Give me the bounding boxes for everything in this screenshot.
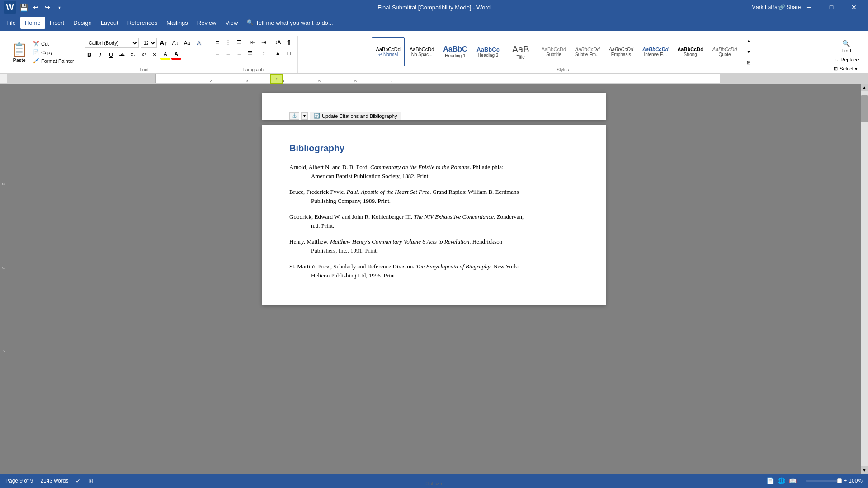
text-highlight-button[interactable]: A — [160, 50, 170, 60]
multilevel-button[interactable]: ☰ — [234, 37, 244, 47]
clear-format-button[interactable]: ✕ — [150, 50, 160, 60]
shading-button[interactable]: ▲ — [273, 48, 283, 58]
styles-more[interactable]: ⊞ — [744, 58, 754, 67]
menu-references[interactable]: References — [123, 17, 162, 29]
style-strong[interactable]: AaBbCcDd Strong — [673, 37, 707, 66]
underline-button[interactable]: U — [106, 50, 116, 60]
select-label: Select ▾ — [840, 66, 858, 72]
format-painter-button[interactable]: 🖌️ Format Painter — [31, 57, 76, 65]
copy-button[interactable]: 📄 Copy — [31, 48, 76, 56]
borders-button[interactable]: □ — [284, 48, 294, 58]
scroll-thumb[interactable] — [861, 95, 868, 122]
scroll-down-button[interactable]: ▼ — [861, 466, 868, 474]
undo-button[interactable]: ↩ — [31, 2, 41, 12]
numbering-button[interactable]: ⋮ — [223, 37, 233, 47]
shrink-font-button[interactable]: A↓ — [170, 38, 180, 48]
close-button[interactable]: ✕ — [844, 0, 864, 14]
style-title-preview: AaB — [512, 44, 529, 55]
window-controls: ─ □ ✕ — [798, 0, 864, 14]
menu-review[interactable]: Review — [193, 17, 221, 29]
title-bar: W 💾 ↩ ↪ ▾ Final Submittal [Compatibility… — [0, 0, 868, 14]
sort-button[interactable]: ↕A — [273, 37, 283, 47]
style-normal[interactable]: AaBbCcDd ↵ Normal — [372, 37, 404, 66]
ribbon: 📋 Paste ✂️ Cut 📄 Copy 🖌️ Format Painter … — [0, 31, 868, 74]
menu-home[interactable]: Home — [20, 17, 45, 29]
style-subtitle-label: Subtitle — [546, 52, 561, 57]
status-left: Page 9 of 9 2143 words ✓ ⊞ — [5, 477, 94, 484]
font-family-select[interactable]: Calibri (Body) — [85, 38, 139, 48]
font-size-select[interactable]: 12 — [141, 38, 157, 48]
menu-view[interactable]: View — [221, 17, 242, 29]
style-intense-emphasis[interactable]: AaBbCcDd Intense E... — [638, 37, 672, 66]
style-subtle-emphasis[interactable]: AaBbCcDd Subtle Em... — [571, 37, 604, 66]
menu-tell-me[interactable]: 🔍 Tell me what you want to do... — [242, 17, 337, 29]
menu-insert[interactable]: Insert — [45, 17, 69, 29]
zoom-slider[interactable] — [806, 480, 842, 482]
align-left-button[interactable]: ≡ — [212, 48, 222, 58]
decrease-indent-button[interactable]: ⇤ — [248, 37, 258, 47]
style-emphasis[interactable]: AaBbCcDd Emphasis — [605, 37, 637, 66]
minimize-button[interactable]: ─ — [798, 0, 819, 14]
vertical-scrollbar[interactable]: ▲ ▼ — [861, 84, 868, 474]
increase-indent-button[interactable]: ⇥ — [259, 37, 269, 47]
superscript-button[interactable]: X² — [139, 50, 149, 60]
citations-toolbar: ⚓ ▾ 🔄 Update Citations and Bibliography — [289, 112, 401, 120]
update-citations-button[interactable]: 🔄 Update Citations and Bibliography — [310, 112, 401, 120]
find-button[interactable]: 🔍 Find — [832, 39, 860, 54]
styles-scroll-up[interactable]: ▲ — [744, 37, 754, 46]
bullets-button[interactable]: ≡ — [212, 37, 222, 47]
paragraph-group: ≡ ⋮ ☰ ⇤ ⇥ ↕A ¶ ≡ ≡ ≡ ☰ ↕ ▲ □ P — [209, 36, 298, 73]
citations-arrow-icon[interactable]: ▾ — [301, 112, 308, 120]
menu-design[interactable]: Design — [69, 17, 96, 29]
subscript-button[interactable]: X₂ — [128, 50, 138, 60]
paste-button[interactable]: 📋 Paste — [7, 37, 31, 67]
view-read-button[interactable]: 📖 — [789, 477, 797, 484]
change-case-button[interactable]: Aa — [182, 38, 192, 48]
strikethrough-button[interactable]: ab — [117, 50, 127, 60]
styles-scroll-down[interactable]: ▼ — [744, 47, 754, 57]
style-h1-preview: AaBbC — [443, 45, 467, 53]
grow-font-button[interactable]: A↑ — [159, 38, 169, 48]
pilcrow-button[interactable]: ¶ — [284, 37, 294, 47]
font-color-button[interactable]: A — [171, 50, 181, 60]
menu-mailings[interactable]: Mailings — [162, 17, 193, 29]
replace-button[interactable]: ↔ Replace — [832, 56, 860, 63]
save-qat-button[interactable]: 💾 — [19, 2, 29, 12]
style-heading1[interactable]: AaBbC Heading 1 — [439, 37, 471, 66]
share-button[interactable]: 🔗 Share — [785, 2, 795, 12]
italic-button[interactable]: I — [95, 50, 105, 60]
view-web-button[interactable]: 🌐 — [778, 477, 785, 484]
qat-more-button[interactable]: ▾ — [54, 2, 64, 12]
cut-button[interactable]: ✂️ Cut — [31, 40, 76, 47]
menu-file[interactable]: File — [2, 17, 20, 29]
select-button[interactable]: ⊡ Select ▾ — [832, 65, 860, 73]
paste-icon: 📋 — [11, 42, 28, 57]
align-right-button[interactable]: ≡ — [234, 48, 244, 58]
style-heading2[interactable]: AaBbCc Heading 2 — [472, 37, 504, 66]
style-no-spacing[interactable]: AaBbCcDd No Spac... — [406, 37, 438, 66]
zoom-out-button[interactable]: ─ — [800, 478, 804, 484]
maximize-button[interactable]: □ — [821, 0, 842, 14]
style-strong-label: Strong — [684, 52, 697, 57]
ruler: ↕ 1 2 3 4 5 6 7 — [0, 74, 868, 84]
style-title[interactable]: AaB Title — [505, 37, 537, 66]
bibliography-page[interactable]: ⚓ ▾ 🔄 Update Citations and Bibliography … — [262, 125, 606, 305]
bib-entry-4-continuation: Publishers, Inc., 1991. Print. — [289, 246, 579, 255]
style-subtitle[interactable]: AaBbCcDd Subtitle — [538, 37, 570, 66]
justify-button[interactable]: ☰ — [245, 48, 255, 58]
bib-entry-2-firstline: Bruce, Frederick Fyvie. Paul: Apostle of… — [289, 188, 579, 197]
view-print-button[interactable]: 📄 — [766, 477, 774, 484]
text-effects-button[interactable]: A — [194, 38, 204, 48]
left-margin: 2 3 4 — [0, 84, 7, 474]
zoom-in-button[interactable]: + — [844, 478, 847, 484]
update-citations-label: Update Citations and Bibliography — [322, 113, 397, 119]
redo-button[interactable]: ↪ — [42, 2, 52, 12]
citations-anchor-icon[interactable]: ⚓ — [289, 112, 299, 120]
align-center-button[interactable]: ≡ — [223, 48, 233, 58]
bib-entry-5-firstline: St. Martin's Press, Scholarly and Refere… — [289, 262, 579, 271]
bold-button[interactable]: B — [85, 50, 94, 60]
style-quote[interactable]: AaBbCcDd Quote — [708, 37, 741, 66]
menu-layout[interactable]: Layout — [96, 17, 123, 29]
line-spacing-button[interactable]: ↕ — [259, 48, 269, 58]
scroll-up-button[interactable]: ▲ — [861, 84, 868, 91]
